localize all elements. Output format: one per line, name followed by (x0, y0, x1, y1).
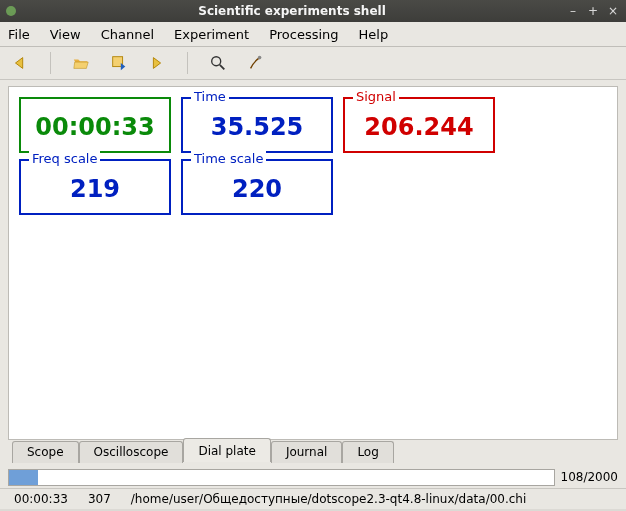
tab-oscilloscope[interactable]: Oscilloscope (79, 441, 184, 463)
tab-dial-plate[interactable]: Dial plate (183, 438, 270, 462)
tab-journal[interactable]: Journal (271, 441, 343, 463)
status-bar: 00:00:33 307 /home/user/Общедоступные/do… (0, 488, 626, 509)
time-scale-label: Time scale (191, 151, 266, 166)
elapsed-time-value: 00:00:33 (31, 113, 159, 141)
window-titlebar: Scientific experiments shell – + × (0, 0, 626, 22)
status-value: 307 (78, 492, 121, 506)
svg-point-1 (212, 57, 221, 66)
menu-experiment[interactable]: Experiment (174, 27, 249, 42)
signal-readout: Signal 206.244 (343, 97, 495, 153)
window-minimize-button[interactable]: – (566, 4, 580, 18)
menu-processing[interactable]: Processing (269, 27, 338, 42)
elapsed-time-readout: 00:00:33 (19, 97, 171, 153)
progress-fill (9, 470, 38, 485)
progress-bar[interactable] (8, 469, 555, 486)
magnifier-icon[interactable] (208, 53, 228, 73)
signal-label: Signal (353, 89, 399, 104)
window-close-button[interactable]: × (606, 4, 620, 18)
freq-scale-readout: Freq scale 219 (19, 159, 171, 215)
svg-line-2 (220, 65, 225, 70)
time-scale-readout: Time scale 220 (181, 159, 333, 215)
toolbar-separator (50, 52, 51, 74)
time-scale-value: 220 (193, 175, 321, 203)
progress-row: 108/2000 (0, 466, 626, 488)
freq-scale-value: 219 (31, 175, 159, 203)
client-area: 00:00:33 Time 35.525 Signal 206.244 Freq… (0, 80, 626, 466)
tab-scope[interactable]: Scope (12, 441, 79, 463)
signal-value: 206.244 (355, 113, 483, 141)
window-title: Scientific experiments shell (24, 4, 560, 18)
tab-log[interactable]: Log (342, 441, 393, 463)
time-label: Time (191, 89, 229, 104)
menu-channel[interactable]: Channel (101, 27, 154, 42)
tab-bar: Scope Oscilloscope Dial plate Journal Lo… (12, 438, 394, 462)
menu-help[interactable]: Help (359, 27, 389, 42)
status-file-path: /home/user/Общедоступные/dotscope2.3-qt4… (121, 492, 622, 506)
toolbar (0, 47, 626, 80)
menu-file[interactable]: File (8, 27, 30, 42)
menu-bar: File View Channel Experiment Processing … (0, 22, 626, 47)
menu-view[interactable]: View (50, 27, 81, 42)
app-icon (6, 6, 16, 16)
freq-scale-label: Freq scale (29, 151, 100, 166)
time-value: 35.525 (193, 113, 321, 141)
dial-plate-panel: 00:00:33 Time 35.525 Signal 206.244 Freq… (8, 86, 618, 440)
back-arrow-icon[interactable] (10, 53, 30, 73)
probe-tool-icon[interactable] (246, 53, 266, 73)
svg-point-3 (258, 56, 262, 60)
forward-arrow-icon[interactable] (147, 53, 167, 73)
status-time: 00:00:33 (4, 492, 78, 506)
progress-count: 108/2000 (561, 470, 619, 484)
save-export-icon[interactable] (109, 53, 129, 73)
toolbar-separator (187, 52, 188, 74)
folder-open-icon[interactable] (71, 53, 91, 73)
time-readout: Time 35.525 (181, 97, 333, 153)
window-maximize-button[interactable]: + (586, 4, 600, 18)
